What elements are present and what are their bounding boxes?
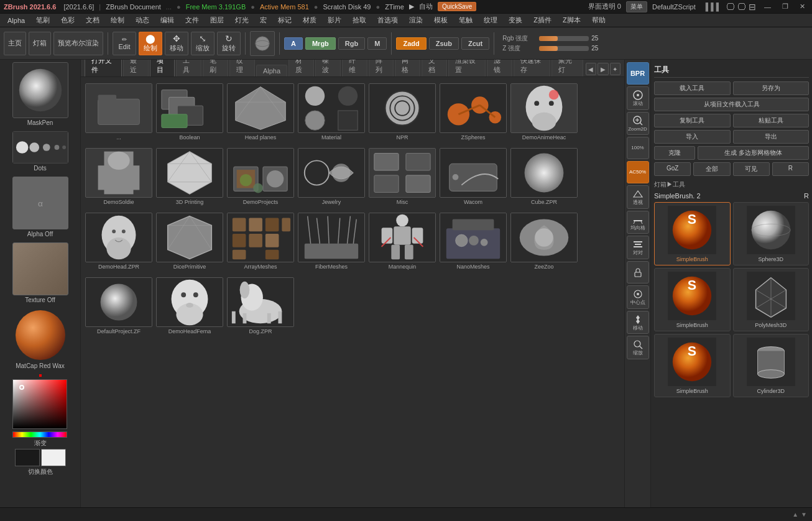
tool-simplebrush[interactable]: S SimpleBrush	[654, 202, 731, 265]
tab-tool[interactable]: 工具	[176, 60, 201, 76]
file-item-boolean[interactable]: Boolean	[155, 81, 224, 143]
tab-recent[interactable]: 最近	[123, 60, 149, 76]
tool-polymesh3d[interactable]: PolyMesh3D	[733, 268, 810, 331]
file-item-jewelry[interactable]: Jewelry	[297, 145, 366, 208]
menu-button[interactable]: 菜单	[626, 1, 647, 12]
tab-prev-button[interactable]: ◀	[586, 63, 596, 75]
tab-render[interactable]: 渲染设置	[448, 60, 486, 76]
move-vert-button[interactable]: 移动	[627, 311, 649, 334]
zoom2d-button[interactable]: Zoom2D	[627, 112, 649, 136]
clone-button[interactable]: 克隆	[654, 146, 695, 160]
file-item-3dprint[interactable]: 3D Printing	[155, 145, 224, 208]
menu-prefs[interactable]: 首选项	[372, 14, 403, 26]
menu-macro[interactable]: 宏	[255, 14, 272, 26]
file-item-mannequin[interactable]: Mannequin	[368, 210, 436, 272]
file-item-material[interactable]: Material	[297, 81, 366, 143]
ac50-button[interactable]: AC50%	[627, 161, 649, 183]
brush-dots-thumbnail[interactable]	[12, 131, 68, 164]
file-item-cube[interactable]: Cube.ZPR	[510, 145, 578, 208]
menu-marker[interactable]: 标记	[273, 14, 297, 26]
menu-zscript[interactable]: Z脚本	[558, 14, 586, 26]
lock-button[interactable]	[627, 261, 649, 284]
file-item-headplanes[interactable]: Head planes	[226, 81, 295, 143]
color-gradient[interactable]	[12, 379, 67, 429]
menu-light[interactable]: 灯光	[230, 14, 254, 26]
white-swatch[interactable]	[41, 449, 66, 466]
file-item-demohead[interactable]: DemoHead.ZPR	[85, 210, 153, 272]
file-item-defaultproject[interactable]: DefaultProject.ZF	[85, 275, 153, 337]
brush-thumbnail[interactable]	[12, 62, 68, 118]
zadd-button[interactable]: Zadd	[396, 37, 426, 50]
menu-render[interactable]: 渲染	[404, 14, 428, 26]
restore-button[interactable]: ❐	[779, 2, 791, 11]
gen-poly-button[interactable]: 生成 多边形网格物体	[698, 146, 809, 160]
menu-movie[interactable]: 影片	[323, 14, 346, 26]
menu-picker[interactable]: 拾取	[348, 14, 371, 26]
floor-button[interactable]: 坞向格	[627, 211, 649, 234]
file-item-fibermeshes[interactable]: FiberMeshes	[297, 210, 366, 272]
hue-slider[interactable]	[12, 431, 67, 438]
menu-file[interactable]: 文件	[180, 14, 204, 26]
tab-fiber[interactable]: 纤维	[342, 60, 367, 76]
file-item-dog[interactable]: Dog.ZPR	[226, 275, 295, 337]
sphere-button[interactable]	[250, 31, 275, 56]
close-button[interactable]: ✕	[796, 2, 808, 11]
visible-button[interactable]: 可见	[733, 162, 770, 176]
menu-texture[interactable]: 纹理	[479, 14, 502, 26]
draw-button[interactable]: ⬤ 绘制	[139, 32, 162, 55]
quicksave-button[interactable]: QuickSave	[438, 2, 476, 11]
tool-simplebrush3[interactable]: S SimpleBrush	[654, 334, 731, 397]
tab-alpha[interactable]: Alpha	[256, 65, 287, 76]
menu-doc[interactable]: 文档	[81, 14, 104, 26]
copy-tool-button[interactable]: 复制工具	[654, 114, 731, 127]
menu-brush[interactable]: 笔刷	[31, 14, 55, 26]
tab-document[interactable]: 文档	[422, 60, 447, 76]
color-picker[interactable]	[12, 379, 68, 438]
menu-anim[interactable]: 动态	[131, 14, 154, 26]
load-tool-button[interactable]: 载入工具	[654, 81, 731, 95]
zoom-vert-button[interactable]: 缩放	[627, 336, 649, 359]
file-item-nanomeshes[interactable]: NanoMeshes	[439, 210, 507, 272]
file-item-parent[interactable]: ...	[85, 81, 153, 143]
file-item-demoanime[interactable]: DemoAnimeHeac	[510, 81, 578, 143]
tab-filter[interactable]: 滤镜	[487, 60, 512, 76]
tool-cylinder3d[interactable]: Cylinder3D	[733, 334, 810, 397]
edit-button[interactable]: ✏ Edit	[113, 32, 136, 55]
file-item-wacom[interactable]: Wacom	[439, 145, 507, 208]
tab-noise[interactable]: 噪波	[315, 60, 341, 76]
tab-array[interactable]: 阵列	[369, 60, 394, 76]
file-item-misc[interactable]: Misc	[368, 145, 436, 208]
move-button[interactable]: ✥ 移动	[165, 32, 188, 55]
tab-quicksave[interactable]: 快速保存	[514, 60, 551, 76]
file-item-demosoldier[interactable]: DemoSoldie	[85, 145, 153, 208]
z-slider[interactable]	[539, 46, 589, 51]
alpha-thumbnail[interactable]: α	[12, 177, 68, 229]
menu-stroke[interactable]: 笔触	[454, 14, 478, 26]
file-item-npr[interactable]: NPR	[368, 81, 436, 143]
zoom-pct-button[interactable]: 100%	[627, 137, 649, 159]
tab-material[interactable]: 材质	[288, 60, 314, 76]
scale-button[interactable]: ⤡ 缩放	[191, 32, 215, 55]
tab-mesh[interactable]: 网格	[395, 60, 420, 76]
tab-spotlight[interactable]: 聚光灯	[551, 60, 583, 76]
zsub-button[interactable]: Zsub	[429, 37, 459, 50]
play-icon[interactable]: ▶	[409, 2, 414, 11]
home-button[interactable]: 主页	[4, 32, 26, 55]
matcap-thumbnail[interactable]	[16, 310, 65, 360]
tool-simplebrush2[interactable]: S SimpleBrush	[654, 268, 731, 331]
save-as-button[interactable]: 另存为	[733, 81, 810, 95]
goz-button[interactable]: GoZ	[654, 162, 691, 176]
file-item-dice[interactable]: DicePrimitive	[155, 210, 224, 272]
export-button[interactable]: 导出	[733, 130, 810, 144]
lightbox-button[interactable]: 灯箱	[29, 32, 51, 55]
tab-next-button[interactable]: ▶	[597, 63, 608, 75]
file-item-demoprojects[interactable]: DemoProjects	[226, 145, 295, 208]
load-project-button[interactable]: 从项目文件载入工具	[654, 98, 809, 111]
mode-mrgb-button[interactable]: Mrgb	[305, 37, 336, 50]
zcut-button[interactable]: Zcut	[461, 37, 489, 50]
file-item-zspheres[interactable]: ZSpheres	[439, 81, 507, 143]
menu-transform[interactable]: 变换	[504, 14, 527, 26]
tab-more-button[interactable]: ✦	[610, 63, 621, 75]
menu-help[interactable]: 帮助	[587, 14, 611, 26]
align-button[interactable]: 对对	[627, 236, 649, 259]
